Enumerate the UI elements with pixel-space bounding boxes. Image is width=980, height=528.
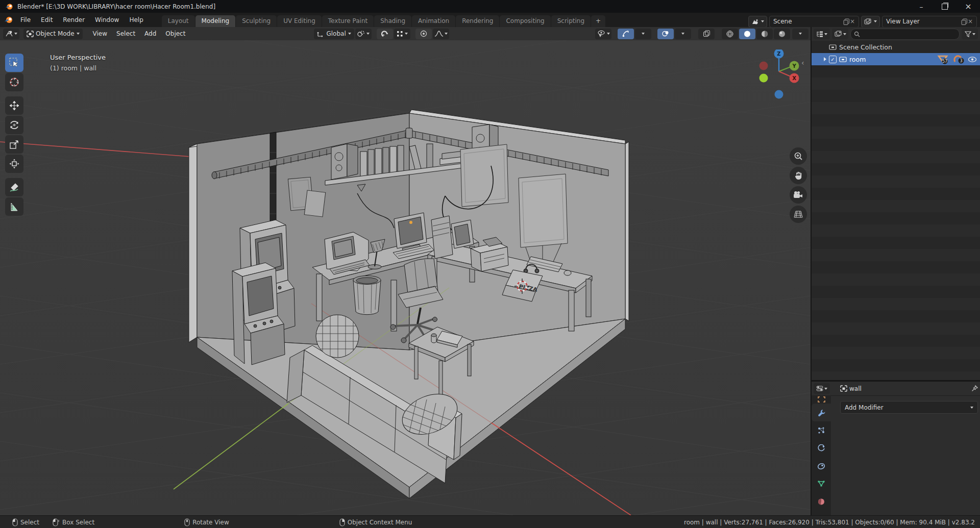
add-workspace-button[interactable]: +: [591, 15, 605, 27]
shading-material-button[interactable]: [756, 29, 773, 39]
tab-scripting[interactable]: Scripting: [551, 15, 591, 27]
proportional-falloff-selector[interactable]: [433, 29, 449, 39]
collection-icon: [839, 56, 847, 63]
pivot-point-selector[interactable]: [355, 29, 372, 39]
outliner-filter-button[interactable]: [962, 29, 978, 39]
tab-texture-paint[interactable]: Texture Paint: [322, 15, 374, 27]
menu-window[interactable]: Window: [90, 14, 124, 26]
tab-material-properties[interactable]: [812, 493, 831, 511]
pin-icon[interactable]: [971, 385, 978, 392]
collection-checkbox[interactable]: ✓: [829, 56, 837, 63]
outliner-editor-type-button[interactable]: [814, 29, 830, 39]
hint-select: Select: [12, 518, 39, 526]
minimize-button[interactable]: –: [910, 0, 933, 13]
tab-compositing[interactable]: Compositing: [500, 15, 550, 27]
tool-move[interactable]: [5, 96, 23, 115]
scene-browse-button[interactable]: [748, 16, 767, 28]
tool-transform[interactable]: [5, 155, 23, 173]
maximize-button[interactable]: [933, 0, 957, 13]
tool-cursor[interactable]: [5, 73, 23, 91]
camera-view-button[interactable]: [790, 186, 807, 204]
view-layer-name-field[interactable]: View Layer ×: [882, 16, 977, 28]
tab-constraint-properties[interactable]: [812, 457, 831, 475]
menu-select[interactable]: Select: [112, 29, 139, 39]
proportional-editing-toggle[interactable]: [415, 29, 432, 39]
mode-selector[interactable]: Object Mode: [23, 29, 83, 39]
add-modifier-dropdown[interactable]: Add Modifier: [840, 401, 978, 414]
menu-edit[interactable]: Edit: [36, 14, 58, 26]
xray-toggle[interactable]: [698, 29, 715, 39]
constraints-icon: [817, 462, 826, 470]
blender-logo-icon: [5, 3, 13, 11]
shading-solid-button[interactable]: [739, 29, 755, 39]
scene-canvas[interactable]: PIZZA: [0, 40, 811, 515]
transform-orientation-selector[interactable]: Global: [314, 29, 354, 39]
tab-modeling[interactable]: Modeling: [195, 15, 236, 27]
zoom-view-button[interactable]: [790, 147, 807, 165]
tab-animation[interactable]: Animation: [412, 15, 455, 27]
tool-select-box[interactable]: [5, 54, 23, 72]
shading-rendered-button[interactable]: [774, 29, 790, 39]
overlays-toggle[interactable]: [657, 29, 674, 39]
snap-toggle[interactable]: [377, 29, 393, 39]
tab-rendering[interactable]: Rendering: [456, 15, 499, 27]
svg-text:Z: Z: [777, 51, 780, 57]
tab-uv-editing[interactable]: UV Editing: [277, 15, 322, 27]
scene-name-field[interactable]: Scene ×: [769, 16, 859, 28]
tool-rotate[interactable]: [5, 116, 23, 134]
outliner-row-room[interactable]: ✓ room 57 3: [812, 53, 980, 65]
unlink-scene-icon[interactable]: ×: [850, 18, 855, 25]
gizmos-options[interactable]: [635, 29, 651, 39]
editor-type-button[interactable]: [3, 29, 19, 39]
mesh-count-badge: 57: [937, 55, 950, 64]
tool-annotate[interactable]: [5, 178, 23, 196]
tab-physics-properties[interactable]: [812, 439, 831, 457]
tab-object-properties[interactable]: [812, 395, 831, 404]
trash-bin[interactable]: [353, 276, 381, 315]
overlays-options[interactable]: [675, 29, 691, 39]
close-button[interactable]: ×: [957, 0, 980, 13]
shading-options[interactable]: [792, 29, 808, 39]
tab-particle-properties[interactable]: [812, 421, 831, 439]
show-object-types-selector[interactable]: [595, 29, 611, 39]
hide-eye-icon[interactable]: [968, 56, 977, 63]
tab-sculpting[interactable]: Sculpting: [236, 15, 277, 27]
pan-view-button[interactable]: [790, 167, 807, 184]
tool-scale[interactable]: [5, 135, 23, 154]
shading-wireframe-button[interactable]: [722, 29, 738, 39]
expand-arrow-icon[interactable]: [824, 57, 826, 61]
sidebar-collapse-arrow[interactable]: ‹: [801, 59, 804, 67]
outliner-display-mode-button[interactable]: [832, 29, 848, 39]
menu-object[interactable]: Object: [161, 29, 189, 39]
tab-object-data-properties[interactable]: [812, 475, 831, 493]
outliner-search-input[interactable]: [850, 29, 960, 40]
tab-modifier-properties[interactable]: [812, 404, 831, 421]
new-scene-icon[interactable]: [843, 18, 850, 25]
menu-render[interactable]: Render: [58, 14, 90, 26]
tab-shading[interactable]: Shading: [374, 15, 411, 27]
viewport-3d[interactable]: PIZZA: [0, 40, 811, 515]
gizmos-toggle[interactable]: [618, 29, 634, 39]
chevron-down-icon: [607, 33, 610, 35]
ortho-perspective-toggle[interactable]: [790, 206, 807, 223]
chevron-down-icon: [843, 33, 846, 35]
tool-measure[interactable]: [5, 197, 23, 216]
properties-editor-type-button[interactable]: [814, 383, 830, 394]
remove-view-layer-icon[interactable]: ×: [968, 18, 973, 25]
mouse-left-drag-icon: [53, 518, 60, 526]
tab-layout[interactable]: Layout: [162, 15, 195, 27]
view-layer-browse-button[interactable]: [861, 16, 880, 28]
menu-add[interactable]: Add: [140, 29, 160, 39]
chevron-down-icon: [445, 33, 448, 35]
menu-file[interactable]: File: [15, 14, 36, 26]
chevron-down-icon: [348, 33, 351, 35]
outliner-row-scene-collection[interactable]: Scene Collection: [812, 41, 980, 53]
menu-help[interactable]: Help: [124, 14, 148, 26]
snap-target-selector[interactable]: [394, 29, 410, 39]
falloff-curve-icon: [434, 30, 444, 37]
navigation-gizmo[interactable]: Z Y X: [755, 49, 806, 100]
menu-view[interactable]: View: [89, 29, 111, 39]
blender-app-icon[interactable]: [4, 16, 13, 24]
maximize-icon: [942, 4, 948, 10]
new-view-layer-icon[interactable]: [961, 18, 968, 25]
